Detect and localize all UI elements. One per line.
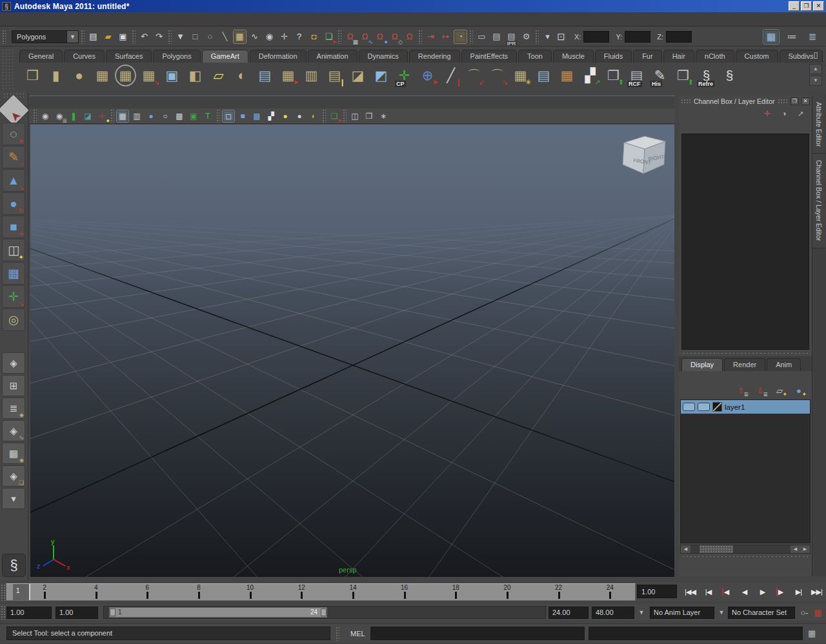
step-forward-frame-button[interactable]: ▶| xyxy=(791,585,807,599)
play-forwards-button[interactable]: ▶ xyxy=(754,585,771,599)
snap-to-point-icon[interactable]: Ω● xyxy=(373,30,387,44)
bend-left-icon[interactable]: ⌒↙ xyxy=(463,65,485,86)
chevron-down-icon[interactable]: ▼ xyxy=(67,30,79,43)
grip-handle[interactable] xyxy=(2,30,6,44)
scrollbar-thumb[interactable] xyxy=(700,545,733,553)
shelf-grip[interactable] xyxy=(1,48,15,90)
maya-logo-icon[interactable]: § xyxy=(2,554,26,577)
select-faces-icon[interactable]: ▦➤ xyxy=(277,65,299,86)
range-slider-track[interactable]: 1 24 xyxy=(103,606,546,619)
anim-layer-selector[interactable]: No Anim Layer xyxy=(650,607,714,619)
layout-menu-button[interactable]: ▾ xyxy=(2,488,25,509)
channel-box-menu-item[interactable] xyxy=(716,120,727,132)
channel-box-menu-item[interactable] xyxy=(693,120,703,132)
range-end-handle[interactable] xyxy=(321,609,327,616)
last-tool-used[interactable]: ◎ xyxy=(2,308,25,331)
panel-menu-item[interactable] xyxy=(79,96,90,108)
close-button[interactable]: ✕ xyxy=(813,1,824,11)
grip-handle[interactable] xyxy=(33,109,37,123)
new-empty-layer-icon[interactable]: ▱✦ xyxy=(773,385,786,396)
show-display-layers-toggle-icon[interactable]: ≣ xyxy=(804,29,821,45)
move-layer-down-icon[interactable]: ⇓≣ xyxy=(754,385,767,396)
save-scene-icon[interactable]: ▣ xyxy=(116,30,130,44)
animation-end-field[interactable] xyxy=(592,607,634,619)
pan-zoom-icon[interactable]: ✛● xyxy=(96,110,108,123)
snap-magnet-icon[interactable]: Ω xyxy=(403,30,416,44)
restore-button[interactable]: ❐ xyxy=(801,1,812,11)
shelf-tab[interactable]: Deformation xyxy=(250,50,307,63)
all-lights-icon[interactable]: ● xyxy=(279,110,292,123)
four-pane-layout-button[interactable]: ⊞ xyxy=(2,375,25,396)
grip-handle[interactable] xyxy=(336,627,339,641)
open-box-icon[interactable]: ◪ xyxy=(347,65,368,86)
camera-attributes-icon[interactable]: ◉≣ xyxy=(53,110,66,123)
shelf-tab[interactable]: General xyxy=(19,50,63,63)
menu-set-selector[interactable]: Polygons ▼ xyxy=(12,30,79,43)
universal-manipulator-tool[interactable]: ◫✦ xyxy=(2,239,25,261)
grip-handle[interactable] xyxy=(418,30,422,44)
y-coord-input[interactable] xyxy=(625,31,650,43)
shelf-tab[interactable]: nCloth xyxy=(696,50,734,63)
grip-handle[interactable] xyxy=(168,30,172,44)
shelf-tab[interactable]: Dynamics xyxy=(359,50,408,63)
shaded-mode-icon[interactable]: ■ xyxy=(236,110,249,123)
select-surface-mask-icon[interactable]: ◉ xyxy=(263,30,276,44)
sphere-projection-icon[interactable]: ◐ xyxy=(231,65,252,86)
playback-start-field[interactable] xyxy=(55,607,98,619)
command-result-field[interactable] xyxy=(589,627,803,640)
select-curve-mask-icon[interactable]: ∿ xyxy=(248,30,261,44)
refresh-dragon-icon[interactable]: §Refre xyxy=(696,65,717,86)
shelf-scroll-up-icon[interactable]: ▲ xyxy=(809,64,822,74)
move-tool[interactable]: ▲↘ xyxy=(2,169,25,192)
scale-tool[interactable]: ■✛ xyxy=(2,216,25,238)
tab-attribute-editor[interactable]: Attribute Editor xyxy=(812,96,825,154)
layer-editor-tab[interactable]: Anim xyxy=(767,358,801,371)
film-gate-icon[interactable]: ▥ xyxy=(130,110,143,123)
poly-plane-icon[interactable]: ▦ xyxy=(92,65,113,86)
poly-cylinder-icon[interactable]: ▮ xyxy=(45,65,66,86)
float-panel-button[interactable]: ❐ xyxy=(791,97,799,105)
layer-visibility-toggle[interactable] xyxy=(683,403,695,411)
show-manipulator-tool[interactable]: ✛↘ xyxy=(2,285,25,308)
shelf-tab[interactable]: Fluids xyxy=(595,50,632,63)
transfer-maps-icon[interactable]: ▞➚ xyxy=(579,65,601,86)
channel-box-menu-item[interactable] xyxy=(705,120,715,132)
lock-selection-icon[interactable]: ◘ xyxy=(307,30,321,44)
select-camera-icon[interactable]: ◉ xyxy=(39,110,52,123)
no-manip-icon[interactable]: ➚ xyxy=(795,108,807,119)
panel-menu-item[interactable] xyxy=(93,96,105,108)
show-channel-box-toggle-icon[interactable]: ▦ xyxy=(763,29,780,45)
safe-action-icon[interactable]: ▣ xyxy=(187,110,200,123)
textured-mode-icon[interactable]: ▩ xyxy=(250,110,263,123)
tab-channel-box-layer-editor[interactable]: Channel Box / Layer Editor xyxy=(812,154,825,248)
layer-editor-menu-item[interactable] xyxy=(679,371,690,383)
grip-handle[interactable] xyxy=(681,99,691,104)
grip-handle[interactable] xyxy=(1,584,5,601)
paint-select-tool[interactable]: ✎○ xyxy=(2,146,25,168)
shelf-tab[interactable]: Surfaces xyxy=(106,50,152,63)
select-component-circle-mask-icon[interactable]: ○ xyxy=(203,30,217,44)
channel-list-area[interactable] xyxy=(681,134,809,350)
current-time-field[interactable] xyxy=(637,585,677,598)
render-settings-icon[interactable]: ⚙ xyxy=(519,30,533,44)
field-chart-icon[interactable]: ▩ xyxy=(173,110,186,123)
single-pane-layout-button[interactable]: ◈ xyxy=(2,352,25,374)
snap-to-plane-icon[interactable]: Ω◇ xyxy=(388,30,401,44)
play-backwards-button[interactable]: ◀ xyxy=(736,585,752,599)
shelf-tab[interactable]: Polygons xyxy=(153,50,200,63)
select-hierarchy-mask-icon[interactable]: ▼ xyxy=(174,30,187,44)
mirror-geometry-icon[interactable]: ◧ xyxy=(185,65,206,86)
input-connections-icon[interactable]: ⇥ xyxy=(424,30,438,44)
playback-end-field[interactable] xyxy=(549,607,589,619)
current-frame-indicator[interactable]: 1 xyxy=(13,584,30,600)
grip-handle[interactable] xyxy=(535,30,539,44)
center-pivot-icon[interactable]: ✛CP xyxy=(394,65,415,86)
spread-vertices-icon[interactable]: ▦✳ xyxy=(510,65,531,86)
go-to-end-button[interactable]: ▶▶| xyxy=(809,585,825,599)
help-icon[interactable]: ? xyxy=(292,30,306,44)
range-slider-bar[interactable]: 1 24 xyxy=(109,607,327,618)
grip-handle[interactable] xyxy=(132,30,136,44)
scroll-right-icon[interactable]: ▶ xyxy=(800,545,810,553)
range-start-handle[interactable] xyxy=(110,609,116,616)
shelf-tab[interactable]: Fur xyxy=(633,50,662,63)
